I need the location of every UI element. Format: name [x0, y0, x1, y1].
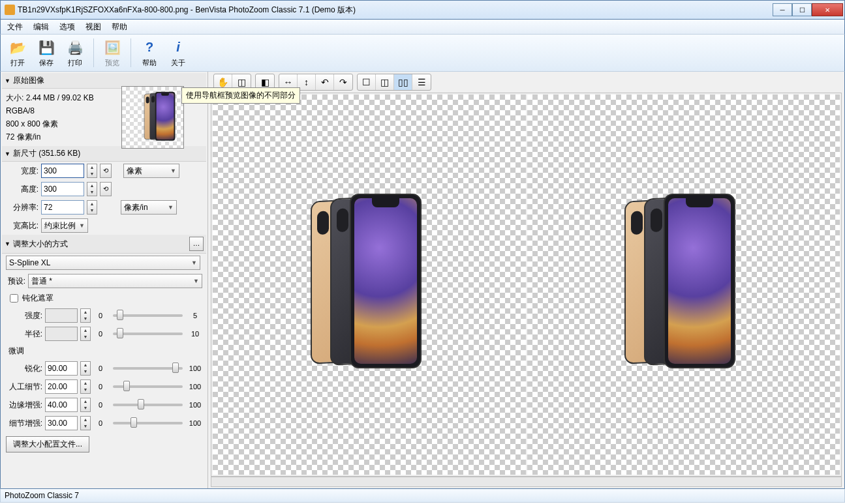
width-label: 宽度: — [6, 166, 38, 177]
settings-sidebar: ▼ 原始图像 大小: 2.44 MB / 99.02 KB RGBA/8 800… — [1, 72, 208, 488]
strength-label: 强度: — [6, 310, 42, 321]
height-input[interactable] — [41, 182, 84, 196]
view-single-button[interactable]: ☐ — [358, 74, 376, 90]
flip-vertical-button[interactable]: ↕ — [298, 74, 316, 90]
preview-result-pane[interactable] — [527, 95, 840, 475]
resolution-spinner[interactable]: ▲▼ — [87, 200, 97, 215]
flip-h-icon: ↔ — [284, 77, 293, 87]
help-button[interactable]: ? 帮助 — [136, 36, 162, 70]
about-button[interactable]: i 关于 — [165, 36, 191, 70]
finetune-label: 微调 — [2, 343, 206, 359]
artifical-detail-input[interactable] — [45, 379, 78, 394]
aspect-ratio-select[interactable]: 约束比例▼ — [41, 218, 88, 233]
menu-help[interactable]: 帮助 — [106, 20, 132, 34]
radius-slider[interactable] — [113, 333, 183, 335]
menu-edit[interactable]: 编辑 — [28, 20, 54, 34]
sharpness-label: 锐化: — [6, 363, 42, 374]
app-icon — [5, 5, 15, 15]
width-spinner[interactable]: ▲▼ — [87, 164, 97, 178]
help-icon: ? — [140, 38, 159, 57]
view-sidebyside-button[interactable]: ▯▯ — [394, 74, 412, 90]
rotate-right-button[interactable]: ↷ — [334, 74, 352, 90]
width-input[interactable] — [41, 164, 84, 178]
resize-profiles-button[interactable]: 调整大小配置文件... — [6, 436, 89, 452]
radius-label: 半径: — [6, 329, 42, 340]
menubar: 文件 编辑 选项 视图 帮助 — [0, 20, 845, 34]
flip-v-icon: ↕ — [304, 77, 309, 87]
width-link-button[interactable]: ⟲ — [100, 164, 112, 178]
save-button[interactable]: 💾 保存 — [33, 36, 59, 70]
marquee-icon: ◫ — [238, 77, 246, 87]
rotate-left-button[interactable]: ↶ — [316, 74, 334, 90]
resize-method-more-button[interactable]: … — [189, 237, 204, 251]
resize-method-header[interactable]: ▼ 调整大小的方式 … — [2, 235, 206, 254]
folder-open-icon: 📂 — [8, 38, 27, 57]
stacked-icon: ☰ — [418, 77, 426, 87]
menu-options[interactable]: 选项 — [54, 20, 80, 34]
sharpness-slider[interactable] — [113, 367, 183, 370]
detail-boost-input[interactable] — [45, 416, 78, 430]
maximize-button[interactable]: ☐ — [792, 3, 812, 16]
hand-icon: ✋ — [217, 77, 228, 87]
artifical-detail-label: 人工细节: — [6, 381, 42, 393]
artifical-detail-spinner[interactable]: ▲▼ — [80, 379, 91, 394]
radius-spinner[interactable]: ▲▼ — [80, 327, 91, 341]
width-unit-select[interactable]: 像素▼ — [123, 164, 179, 178]
height-link-button[interactable]: ⟲ — [100, 182, 112, 196]
preview-original-pane[interactable] — [213, 95, 526, 475]
view-split-button[interactable]: ◫ — [376, 74, 394, 90]
sidebyside-icon: ▯▯ — [398, 77, 408, 87]
unsharp-mask-checkbox[interactable] — [10, 294, 18, 303]
edge-boost-label: 边缘增强: — [6, 400, 42, 411]
save-icon: 💾 — [37, 38, 55, 57]
detail-boost-spinner[interactable]: ▲▼ — [80, 416, 91, 430]
resolution-input[interactable] — [41, 200, 84, 215]
edge-boost-input[interactable] — [45, 398, 78, 412]
collapse-icon: ▼ — [5, 241, 10, 247]
minimize-button[interactable]: ─ — [773, 3, 792, 16]
collapse-icon: ▼ — [5, 78, 10, 84]
resolution-unit-select[interactable]: 像素/in▼ — [121, 200, 177, 215]
single-view-icon: ☐ — [362, 77, 371, 87]
menu-file[interactable]: 文件 — [2, 20, 28, 34]
aspect-label: 宽高比: — [6, 220, 38, 231]
sharpness-input[interactable] — [45, 361, 78, 376]
navigator-thumbnail[interactable] — [121, 86, 184, 149]
strength-input[interactable] — [45, 308, 78, 323]
preview-button[interactable]: 🖼️ 预览 — [99, 36, 125, 70]
preview-toolbar: ✋ ◫ ◧ ↔ ↕ ↶ ↷ ☐ ◫ ▯▯ ☰ — [208, 72, 844, 93]
height-spinner[interactable]: ▲▼ — [87, 182, 97, 196]
print-icon: 🖨️ — [66, 38, 84, 57]
resolution-label: 分辨率: — [6, 202, 38, 213]
info-icon: i — [169, 38, 187, 57]
artifical-detail-slider[interactable] — [113, 385, 183, 388]
radius-input[interactable] — [45, 327, 78, 341]
rotate-right-icon: ↷ — [339, 77, 347, 87]
navigator-tooltip: 使用导航框预览图像的不同部分 — [181, 87, 300, 104]
preview-area[interactable] — [211, 93, 842, 477]
resize-method-select[interactable]: S-Spline XL▼ — [6, 256, 200, 270]
preview-icon: 🖼️ — [103, 38, 121, 57]
view-stacked-button[interactable]: ☰ — [412, 74, 431, 90]
preview-panel: ✋ ◫ ◧ ↔ ↕ ↶ ↷ ☐ ◫ ▯▯ ☰ — [208, 72, 844, 488]
edge-boost-spinner[interactable]: ▲▼ — [80, 398, 91, 412]
menu-view[interactable]: 视图 — [80, 20, 106, 34]
strength-spinner[interactable]: ▲▼ — [80, 308, 91, 323]
status-bar: PhotoZoom Classic 7 — [0, 488, 845, 503]
preset-select[interactable]: 普通 *▼ — [28, 274, 202, 288]
print-button[interactable]: 🖨️ 打印 — [62, 36, 88, 70]
detail-boost-slider[interactable] — [113, 422, 183, 424]
strength-slider[interactable] — [113, 314, 183, 317]
crop-icon: ◧ — [261, 77, 269, 87]
unsharp-mask-label: 钝化遮罩 — [22, 293, 54, 304]
titlebar: TB1n29VXsfpK1RjSZFOXXa6nFXa-800-800.png … — [0, 0, 845, 20]
split-view-icon: ◫ — [380, 77, 389, 87]
collapse-icon: ▼ — [5, 151, 10, 157]
sharpness-spinner[interactable]: ▲▼ — [80, 361, 91, 376]
detail-boost-label: 细节增强: — [6, 418, 42, 429]
close-button[interactable]: ✕ — [812, 3, 843, 16]
horizontal-scrollbar[interactable] — [211, 477, 842, 487]
edge-boost-slider[interactable] — [113, 404, 183, 406]
open-button[interactable]: 📂 打开 — [5, 36, 31, 70]
main-toolbar: 📂 打开 💾 保存 🖨️ 打印 🖼️ 预览 ? 帮助 i 关于 — [0, 34, 845, 72]
